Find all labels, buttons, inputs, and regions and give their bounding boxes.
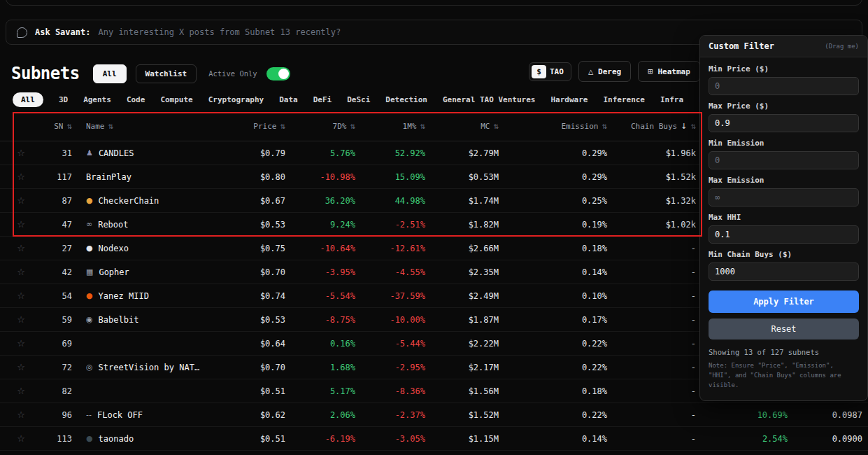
cell-price: $0.51 xyxy=(238,434,287,444)
cell-mc: $2.35M xyxy=(427,267,500,277)
category-detection[interactable]: Detection xyxy=(385,95,427,104)
watchlist-star-icon[interactable]: ☆ xyxy=(0,219,42,230)
cell-name: BrainPlay xyxy=(73,172,238,182)
column-header-mc[interactable]: MC⇅ xyxy=(427,122,500,131)
category-desci[interactable]: DeSci xyxy=(347,95,370,104)
filter-field-label: Max Emission xyxy=(709,176,859,185)
watchlist-star-icon[interactable]: ☆ xyxy=(0,172,42,182)
cell-sn: 31 xyxy=(42,148,73,158)
cell-price: $0.53 xyxy=(238,315,287,325)
category-all[interactable]: All xyxy=(13,92,43,107)
table-row-subnet-96[interactable]: ☆96--FLock OFF$0.622.06%-2.37%$1.52M0.22… xyxy=(0,403,868,427)
cell-1m-percent: -10.00% xyxy=(357,315,427,325)
active-only-toggle[interactable] xyxy=(266,67,290,80)
apply-filter-button[interactable]: Apply Filter xyxy=(709,290,859,313)
filter-input-max-emission[interactable] xyxy=(709,188,859,206)
cell-1m-percent: 15.09% xyxy=(357,172,427,182)
sort-arrows-icon: ⇅ xyxy=(690,123,696,130)
cell-chain-buys: $1.32k xyxy=(609,196,697,206)
category-infra[interactable]: Infra xyxy=(660,95,683,104)
cell-mc: $1.52M xyxy=(427,410,500,420)
column-label: 1M% xyxy=(403,122,417,131)
category-code[interactable]: Code xyxy=(127,95,145,104)
watchlist-star-icon[interactable]: ☆ xyxy=(0,267,42,277)
category-hardware[interactable]: Hardware xyxy=(550,95,588,104)
watchlist-star-icon[interactable]: ☆ xyxy=(0,290,42,301)
watchlist-star-icon[interactable]: ☆ xyxy=(0,195,42,206)
column-label: Emission xyxy=(561,122,598,131)
watchlist-star-icon[interactable]: ☆ xyxy=(0,386,42,396)
dereg-button[interactable]: △ Dereg xyxy=(578,61,631,82)
cell-chain-buys: - xyxy=(609,386,697,396)
watchlist-star-icon[interactable]: ☆ xyxy=(0,338,42,349)
subnet-logo-icon: ♟ xyxy=(86,148,93,158)
active-only-label: Active Only xyxy=(208,69,257,78)
column-header-name[interactable]: Name⇅ xyxy=(73,122,238,131)
subnet-name: FLock OFF xyxy=(97,410,143,420)
column-header-price[interactable]: Price⇅ xyxy=(238,122,287,131)
cell-1m-percent: 52.92% xyxy=(357,148,427,158)
currency-dollar-option[interactable]: $ xyxy=(532,65,546,78)
cell-mc: $0.53M xyxy=(427,172,500,182)
cell-price: $0.53 xyxy=(238,220,287,230)
category-cryptography[interactable]: Cryptography xyxy=(208,95,264,104)
sort-desc-arrow-icon: ↓ xyxy=(681,122,687,131)
category-3d[interactable]: 3D xyxy=(59,95,68,104)
cell-7d-percent: -6.19% xyxy=(287,434,357,444)
cell-emission: 0.22% xyxy=(500,410,609,420)
watchlist-star-icon[interactable]: ☆ xyxy=(0,243,42,253)
ask-savant-label: Ask Savant: xyxy=(35,27,90,37)
custom-filter-panel: Custom Filter (Drag me) Min Price ($)Max… xyxy=(699,35,868,401)
column-header-m1[interactable]: 1M%⇅ xyxy=(357,122,427,131)
cell-1m-percent: -37.59% xyxy=(357,291,427,301)
watchlist-star-icon[interactable]: ☆ xyxy=(0,410,42,420)
category-general-tao-ventures[interactable]: General TAO Ventures xyxy=(443,95,535,104)
currency-tao-option[interactable]: TAO xyxy=(550,67,569,76)
cell-sn: 113 xyxy=(42,434,73,444)
currency-toggle[interactable]: $ TAO xyxy=(529,62,571,81)
category-filter-bar: All3DAgentsCodeComputeCryptographyDataDe… xyxy=(13,91,702,108)
category-defi[interactable]: DeFi xyxy=(313,95,332,104)
cell-name: ●Nodexo xyxy=(73,244,238,253)
column-header-sn[interactable]: SN⇅ xyxy=(42,122,73,131)
category-data[interactable]: Data xyxy=(279,95,298,104)
watchlist-star-icon[interactable]: ☆ xyxy=(0,148,42,158)
cell-1m-percent: -12.61% xyxy=(357,244,427,253)
cell-sn: 59 xyxy=(42,315,73,325)
filter-panel-title: Custom Filter xyxy=(709,41,774,51)
cell-emission: 0.25% xyxy=(500,196,609,206)
column-header-d7[interactable]: 7D%⇅ xyxy=(287,122,357,131)
tab-watchlist[interactable]: Watchlist xyxy=(136,64,197,83)
reset-filter-button[interactable]: Reset xyxy=(709,318,859,340)
filter-note: Note: Ensure "Price", "Emission", "HHI",… xyxy=(709,361,859,391)
category-compute[interactable]: Compute xyxy=(160,95,192,104)
column-header-emission[interactable]: Emission⇅ xyxy=(500,122,609,131)
filter-input-min-chain-buys[interactable] xyxy=(709,262,859,281)
cell-mc: $1.82M xyxy=(427,220,500,230)
cell-sn: 96 xyxy=(42,410,73,420)
watchlist-star-icon[interactable]: ☆ xyxy=(0,314,42,325)
cell-sn: 82 xyxy=(42,386,73,396)
filter-field-label: Max HHI xyxy=(709,213,859,222)
subnet-name: Gopher xyxy=(99,267,129,277)
filter-input-max-price[interactable] xyxy=(709,114,859,132)
filter-input-min-price[interactable] xyxy=(709,77,859,95)
watchlist-star-icon[interactable]: ☆ xyxy=(0,433,42,444)
heatmap-button[interactable]: ⊞ Heatmap xyxy=(638,61,700,82)
cell-7d-percent: -5.54% xyxy=(287,291,357,301)
cell-name: ♟CANDLES xyxy=(73,148,238,158)
subnet-name: Yanez MIID xyxy=(99,291,149,301)
cell-mc: $2.49M xyxy=(427,291,500,301)
table-row-subnet-113[interactable]: ☆113●taonado$0.51-6.19%-3.05%$1.15M0.14%… xyxy=(0,427,868,451)
filter-panel-drag-handle[interactable]: Custom Filter (Drag me) xyxy=(700,36,867,57)
watchlist-star-icon[interactable]: ☆ xyxy=(0,362,42,372)
column-header-chain_buys[interactable]: Chain Buys↓⇅ xyxy=(609,122,697,131)
category-agents[interactable]: Agents xyxy=(83,95,111,104)
cell-sn: 72 xyxy=(42,363,73,372)
tab-all[interactable]: All xyxy=(93,64,127,83)
filter-input-min-emission[interactable] xyxy=(709,151,859,169)
heatmap-grid-icon: ⊞ xyxy=(648,66,653,76)
filter-input-max-hhi[interactable] xyxy=(709,225,859,244)
cell-emission: 0.10% xyxy=(500,291,609,301)
category-inference[interactable]: Inference xyxy=(603,95,645,104)
